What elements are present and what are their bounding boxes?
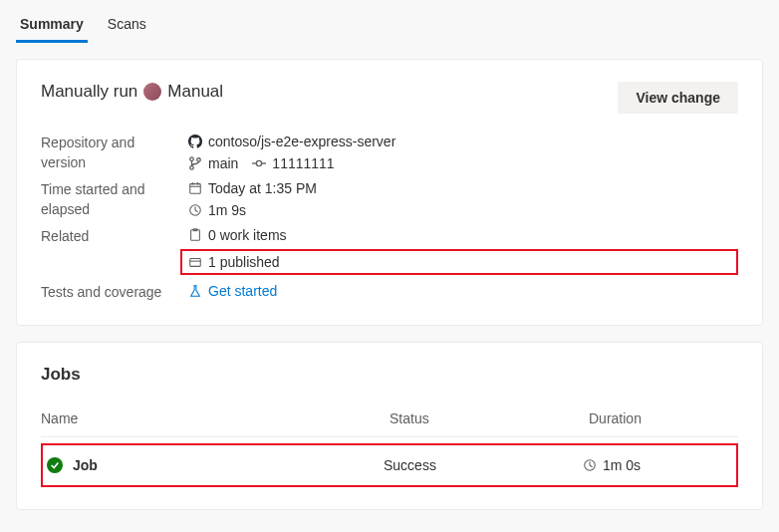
col-status: Status xyxy=(390,410,589,426)
artifact-icon xyxy=(188,255,202,269)
tab-scans[interactable]: Scans xyxy=(104,8,150,43)
jobs-title: Jobs xyxy=(41,365,738,385)
job-name: Job xyxy=(73,457,98,473)
branch-icon xyxy=(188,156,202,170)
tab-bar: Summary Scans xyxy=(0,0,779,43)
commit-hash: 11111111 xyxy=(272,155,334,171)
clock-icon xyxy=(583,458,597,472)
repo-row[interactable]: contoso/js-e2e-express-server xyxy=(188,133,738,149)
branch-name: main xyxy=(208,155,238,171)
commit-group[interactable]: 11111111 xyxy=(252,155,334,171)
tab-summary[interactable]: Summary xyxy=(16,8,88,43)
svg-point-1 xyxy=(190,166,194,170)
job-duration: 1m 0s xyxy=(603,457,641,473)
time-started-row: Today at 1:35 PM xyxy=(188,180,738,196)
clock-icon xyxy=(188,203,202,217)
commit-icon xyxy=(252,156,266,170)
repo-name: contoso/js-e2e-express-server xyxy=(208,133,395,149)
repo-label: Repository and version xyxy=(41,133,180,172)
job-duration-cell: 1m 0s xyxy=(583,457,732,473)
elapsed-value: 1m 9s xyxy=(208,202,246,218)
time-label: Time started and elapsed xyxy=(41,180,180,219)
get-started-link[interactable]: Get started xyxy=(208,283,277,299)
branch-group[interactable]: main xyxy=(188,155,238,171)
tests-values: Get started xyxy=(188,283,738,303)
related-values: 0 work items 1 published xyxy=(188,227,738,275)
flask-icon xyxy=(188,284,202,298)
svg-rect-11 xyxy=(191,230,200,241)
run-prefix: Manually run xyxy=(41,82,137,102)
calendar-icon xyxy=(188,181,202,195)
svg-point-0 xyxy=(190,157,194,161)
time-values: Today at 1:35 PM 1m 9s xyxy=(188,180,738,219)
job-name-cell: Job xyxy=(47,457,384,473)
summary-header: Manually run Manual View change xyxy=(41,82,738,114)
repo-values: contoso/js-e2e-express-server main 11111… xyxy=(188,133,738,172)
elapsed-row: 1m 9s xyxy=(188,202,738,218)
details-grid: Repository and version contoso/js-e2e-ex… xyxy=(41,133,738,303)
col-duration: Duration xyxy=(589,410,738,426)
published-highlight: 1 published xyxy=(180,249,738,275)
jobs-table: Name Status Duration Job Success 1m 0s xyxy=(41,402,738,487)
col-name: Name xyxy=(41,410,390,426)
svg-rect-6 xyxy=(190,184,201,194)
run-title: Manually run Manual xyxy=(41,82,223,102)
svg-point-2 xyxy=(197,158,201,162)
run-suffix: Manual xyxy=(167,82,223,102)
published-value[interactable]: 1 published xyxy=(208,254,280,270)
success-icon xyxy=(47,457,63,473)
job-status: Success xyxy=(384,457,583,473)
svg-point-3 xyxy=(257,160,262,165)
branch-commit-row: main 11111111 xyxy=(188,155,738,171)
work-items-value: 0 work items xyxy=(208,227,287,243)
jobs-card: Jobs Name Status Duration Job Success 1m… xyxy=(16,342,763,510)
jobs-header-row: Name Status Duration xyxy=(41,402,738,437)
work-items-row[interactable]: 0 work items xyxy=(188,227,738,243)
get-started-row[interactable]: Get started xyxy=(188,283,738,299)
time-started-value: Today at 1:35 PM xyxy=(208,180,317,196)
related-label: Related xyxy=(41,227,180,275)
summary-card: Manually run Manual View change Reposito… xyxy=(16,59,763,326)
github-icon xyxy=(188,134,202,148)
clipboard-icon xyxy=(188,228,202,242)
avatar xyxy=(143,83,161,101)
tests-label: Tests and coverage xyxy=(41,283,180,303)
view-change-button[interactable]: View change xyxy=(618,82,738,114)
svg-rect-13 xyxy=(190,259,201,267)
table-row[interactable]: Job Success 1m 0s xyxy=(41,443,738,487)
